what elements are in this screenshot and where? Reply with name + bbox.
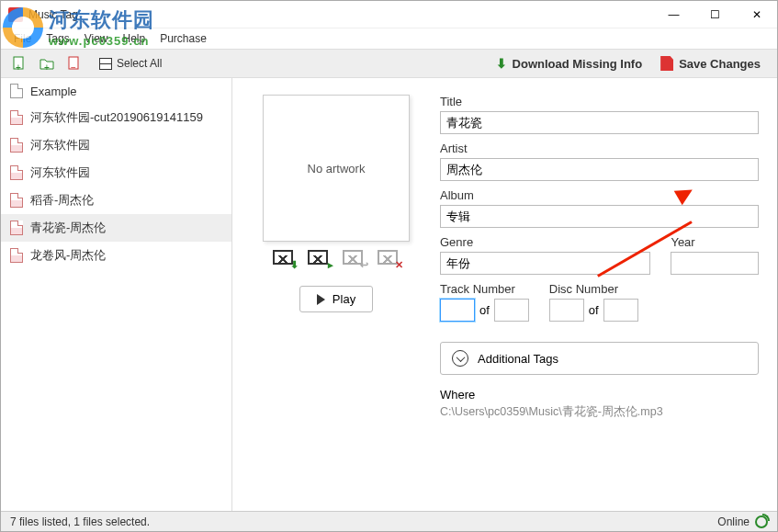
tag-form: Title Artist Album Genre Year Track Numb… bbox=[414, 95, 766, 502]
track-number-label: Track Number bbox=[440, 282, 529, 296]
genre-label: Genre bbox=[440, 235, 650, 249]
menu-file[interactable]: File bbox=[6, 30, 39, 47]
status-text: 7 files listed, 1 files selected. bbox=[10, 515, 150, 528]
file-icon bbox=[10, 84, 23, 98]
file-icon bbox=[10, 165, 23, 180]
file-name: 河东软件园 bbox=[30, 164, 90, 181]
file-name: 青花瓷-周杰伦 bbox=[30, 220, 106, 236]
svg-text:−: − bbox=[71, 62, 76, 71]
artist-input[interactable] bbox=[440, 158, 759, 181]
title-input[interactable] bbox=[440, 111, 759, 134]
window-title: Music Tag bbox=[28, 8, 653, 21]
download-label: Download Missing Info bbox=[513, 57, 643, 71]
save-icon bbox=[660, 56, 673, 71]
file-item[interactable]: 河东软件园-cut20190619141159 bbox=[1, 104, 231, 131]
online-label: Online bbox=[717, 515, 750, 528]
file-name: 河东软件园 bbox=[30, 137, 90, 153]
play-icon bbox=[317, 294, 325, 305]
file-name: 河东软件园-cut20190619141159 bbox=[30, 109, 203, 126]
play-button[interactable]: Play bbox=[299, 286, 373, 312]
title-label: Title bbox=[440, 95, 759, 108]
svg-text:+: + bbox=[16, 62, 21, 71]
toolbar: + + − Select All ⬇Download Missing Info … bbox=[1, 49, 777, 78]
disc-of: of bbox=[589, 303, 599, 317]
file-name: 稻香-周杰伦 bbox=[30, 192, 94, 209]
statusbar: 7 files listed, 1 files selected. Online bbox=[1, 511, 777, 531]
online-icon bbox=[755, 515, 768, 528]
artwork-box[interactable]: No artwork bbox=[263, 95, 410, 242]
svg-text:+: + bbox=[44, 62, 50, 71]
where-path: C:\Users\pc0359\Music\青花瓷-周杰伦.mp3 bbox=[440, 404, 759, 420]
file-item[interactable]: 龙卷风-周杰伦 bbox=[1, 242, 231, 269]
window-buttons: — ☐ ✕ bbox=[653, 1, 777, 28]
track-of: of bbox=[479, 303, 490, 317]
file-item[interactable]: 河东软件园 bbox=[1, 131, 231, 159]
menu-purchase[interactable]: Purchase bbox=[152, 30, 214, 47]
chevron-down-icon bbox=[452, 350, 468, 367]
add-file-button[interactable]: + bbox=[8, 52, 30, 74]
add-folder-button[interactable]: + bbox=[36, 52, 58, 74]
file-item[interactable]: 河东软件园 bbox=[1, 159, 231, 187]
artist-label: Artist bbox=[440, 141, 759, 155]
artwork-download-button[interactable]: ⬇ bbox=[272, 249, 296, 267]
year-input[interactable] bbox=[671, 252, 759, 275]
disc-number-input[interactable] bbox=[549, 299, 584, 322]
menu-view[interactable]: View bbox=[77, 30, 116, 47]
select-all-label: Select All bbox=[117, 57, 162, 70]
content: No artwork ⬇ ▸ ↩ ✕ Play Title Artist Alb… bbox=[232, 78, 777, 511]
menu-tags[interactable]: Tags bbox=[39, 30, 76, 47]
where-label: Where bbox=[440, 388, 759, 402]
artwork-buttons: ⬇ ▸ ↩ ✕ bbox=[272, 249, 400, 267]
album-label: Album bbox=[440, 188, 759, 202]
file-icon bbox=[10, 138, 23, 153]
where-section: Where C:\Users\pc0359\Music\青花瓷-周杰伦.mp3 bbox=[440, 388, 759, 420]
file-icon bbox=[10, 193, 23, 208]
file-icon bbox=[10, 221, 23, 235]
additional-tags-toggle[interactable]: Additional Tags bbox=[440, 342, 759, 375]
artwork-column: No artwork ⬇ ▸ ↩ ✕ Play bbox=[258, 95, 414, 502]
app-icon bbox=[8, 7, 23, 22]
disc-number-label: Disc Number bbox=[549, 282, 638, 296]
download-missing-button[interactable]: ⬇Download Missing Info bbox=[487, 52, 652, 74]
album-input[interactable] bbox=[440, 205, 759, 228]
artwork-add-button[interactable]: ▸ bbox=[307, 249, 331, 267]
main: Example河东软件园-cut20190619141159河东软件园河东软件园… bbox=[1, 78, 777, 511]
file-name: Example bbox=[30, 85, 77, 98]
file-icon bbox=[10, 248, 23, 263]
additional-tags-label: Additional Tags bbox=[478, 352, 558, 366]
save-changes-button[interactable]: Save Changes bbox=[651, 52, 770, 74]
file-icon bbox=[10, 110, 23, 125]
file-list: Example河东软件园-cut20190619141159河东软件园河东软件园… bbox=[1, 78, 232, 511]
menubar: File Tags View Help Purchase bbox=[1, 28, 777, 49]
save-label: Save Changes bbox=[679, 57, 761, 71]
file-item[interactable]: 青花瓷-周杰伦 bbox=[1, 214, 231, 242]
menu-help[interactable]: Help bbox=[116, 30, 153, 47]
track-number-input[interactable] bbox=[440, 299, 475, 322]
titlebar: Music Tag — ☐ ✕ bbox=[1, 1, 777, 28]
disc-total-input[interactable] bbox=[603, 299, 638, 322]
genre-input[interactable] bbox=[440, 252, 650, 275]
file-name: 龙卷风-周杰伦 bbox=[30, 247, 106, 264]
track-total-input[interactable] bbox=[494, 299, 529, 322]
year-label: Year bbox=[671, 235, 759, 249]
file-item[interactable]: 稻香-周杰伦 bbox=[1, 187, 231, 214]
artwork-delete-button[interactable]: ✕ bbox=[377, 249, 400, 267]
select-all-icon bbox=[98, 56, 113, 71]
artwork-export-button[interactable]: ↩ bbox=[342, 249, 366, 267]
select-all-button[interactable]: Select All bbox=[93, 52, 167, 74]
file-item[interactable]: Example bbox=[1, 78, 231, 104]
maximize-button[interactable]: ☐ bbox=[694, 1, 736, 28]
download-icon: ⬇ bbox=[496, 56, 507, 71]
play-label: Play bbox=[333, 292, 355, 306]
close-button[interactable]: ✕ bbox=[736, 1, 777, 28]
remove-button[interactable]: − bbox=[63, 52, 85, 74]
minimize-button[interactable]: — bbox=[653, 1, 694, 28]
